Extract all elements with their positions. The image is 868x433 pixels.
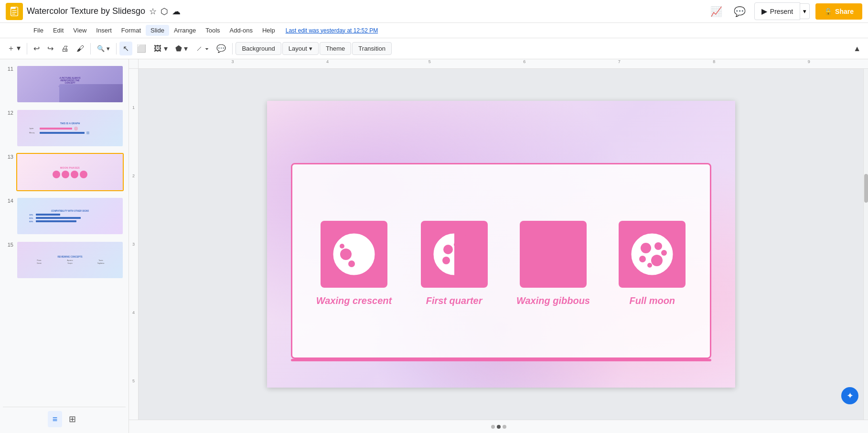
slide-preview-15[interactable]: REVIEWING CONCEPTS Pisces Aquarius Tauru…: [16, 241, 124, 279]
menu-tools[interactable]: Tools: [201, 25, 225, 36]
paint-format-btn[interactable]: 🖌: [73, 42, 87, 55]
sep1: [27, 43, 27, 54]
waxing-crescent-icon-bg: [321, 221, 387, 288]
slide-thumb-15[interactable]: 15 REVIEWING CONCEPTS Pisces Aquarius Ta…: [3, 239, 126, 281]
thumb15-title: REVIEWING CONCEPTS: [57, 256, 82, 258]
title-section: Watercolor Texture by Slidesgo ☆ ⬡ ☁: [27, 6, 704, 17]
first-quarter-label: First quarter: [426, 295, 482, 306]
ruler-mark-3: 3: [232, 59, 234, 64]
phase-first-quarter[interactable]: First quarter: [421, 221, 488, 306]
thumb13-title: MOON PHASES: [60, 166, 80, 169]
ai-assistant-btn[interactable]: ✦: [841, 387, 858, 404]
slide-thumb-14[interactable]: 14 COMPATIBILITY WITH OTHER SIGNS 30% 85…: [3, 195, 126, 237]
background-btn[interactable]: Background: [236, 42, 281, 55]
toolbar-collapse[interactable]: ▲: [850, 42, 864, 55]
vruler-4: 4: [132, 310, 135, 315]
slide-preview-12[interactable]: THIS IS A GRAPH Jupiter Mercury: [16, 109, 124, 147]
scrollbar-thumb[interactable]: [864, 174, 868, 203]
select-tool[interactable]: ↖: [119, 42, 132, 55]
layout-label: Layout: [289, 45, 307, 52]
ruler-mark-5: 5: [429, 59, 431, 64]
full-moon-label: Full moon: [630, 295, 675, 306]
menu-insert[interactable]: Insert: [91, 25, 117, 36]
thumb13-icons: [53, 171, 87, 178]
comment-btn[interactable]: 💬: [213, 42, 229, 55]
editor-area: 3 4 5 6 7 8 9 1 2 3 4 5: [129, 59, 868, 433]
vruler-3: 3: [132, 242, 135, 247]
phase-waxing-crescent[interactable]: Waxing crescent: [316, 221, 392, 306]
slide-num-14: 14: [5, 197, 13, 204]
thumb14-title: COMPATIBILITY WITH OTHER SIGNS: [51, 210, 89, 212]
thumb12-title: THIS IS A GRAPH: [60, 122, 80, 125]
dot-2: [497, 425, 501, 429]
slide-thumb-12[interactable]: 12 THIS IS A GRAPH Jupiter Mercury: [3, 107, 126, 149]
slide-preview-14[interactable]: COMPATIBILITY WITH OTHER SIGNS 30% 85%: [16, 197, 124, 235]
folder-icon[interactable]: ⬡: [161, 6, 168, 17]
slide-num-12: 12: [5, 109, 13, 116]
svg-point-22: [641, 243, 651, 253]
line-tool[interactable]: ⟋ ▾: [192, 42, 212, 55]
last-edit-text[interactable]: Last edit was yesterday at 12:52 PM: [286, 27, 378, 34]
phase-waxing-gibbous[interactable]: Waxing gibbous: [516, 221, 590, 306]
layout-btn[interactable]: Layout ▾: [282, 42, 319, 55]
doc-title-text[interactable]: Watercolor Texture by Slidesgo: [27, 6, 145, 16]
vertical-scrollbar[interactable]: [863, 69, 868, 420]
vruler-5: 5: [132, 379, 135, 383]
new-slide-btn[interactable]: ＋ ▾: [4, 41, 24, 56]
cloud-icon[interactable]: ☁: [172, 6, 181, 17]
redo-btn[interactable]: ↪: [44, 42, 57, 55]
analytics-icon[interactable]: 📈: [707, 3, 725, 20]
phases-container[interactable]: Waxing crescent: [291, 163, 711, 359]
share-button[interactable]: 🔒 Share: [815, 3, 862, 20]
top-right-actions: 📈 💬 ▶ Present ▾ 🔒 Share: [707, 2, 862, 20]
phase-full-moon[interactable]: Full moon: [619, 221, 686, 306]
slide-preview-11[interactable]: A PICTURE ALWAYSREINFORCES THECONCEPT Im…: [16, 65, 124, 103]
menu-help[interactable]: Help: [257, 25, 280, 36]
menu-edit[interactable]: Edit: [48, 25, 68, 36]
image-tool[interactable]: 🖼 ▾: [150, 42, 171, 55]
menu-view[interactable]: View: [68, 25, 91, 36]
dot-1: [491, 425, 495, 429]
ruler-mark-9: 9: [808, 59, 810, 64]
comments-icon[interactable]: 💬: [731, 3, 749, 20]
svg-point-26: [661, 250, 667, 256]
svg-point-20: [559, 264, 564, 269]
present-button[interactable]: ▶ Present: [754, 2, 800, 20]
toolbar: ＋ ▾ ↩ ↪ 🖨 🖌 🔍 ▾ ↖ ⬜ 🖼 ▾ ⬟ ▾ ⟋ ▾ 💬 Backgr…: [0, 38, 868, 59]
waxing-gibbous-icon-bg: [520, 221, 587, 288]
slide-thumb-13[interactable]: 13 MOON PHASES: [3, 151, 126, 193]
svg-point-5: [332, 233, 375, 276]
waxing-crescent-svg: [328, 228, 380, 281]
ruler-inner: 3 4 5 6 7 8 9: [139, 59, 868, 68]
shape-tool[interactable]: ⬜: [133, 42, 150, 55]
slide-num-15: 15: [5, 241, 13, 248]
slide-preview-13[interactable]: MOON PHASES: [16, 153, 124, 191]
menu-slide[interactable]: Slide: [146, 25, 169, 36]
filmstrip-view-btn[interactable]: ≡: [48, 411, 63, 427]
first-quarter-icon-bg: [421, 221, 488, 288]
sep2: [90, 43, 91, 54]
star-icon[interactable]: ☆: [149, 6, 157, 17]
present-label: Present: [770, 8, 793, 15]
transition-btn[interactable]: Transition: [352, 42, 392, 55]
slide-canvas-main[interactable]: MOON PHASES: [267, 101, 735, 388]
undo-btn[interactable]: ↩: [30, 42, 43, 55]
theme-btn[interactable]: Theme: [320, 42, 351, 55]
menu-addons[interactable]: Add-ons: [225, 25, 257, 36]
menu-format[interactable]: Format: [117, 25, 146, 36]
shapes-dropdown[interactable]: ⬟ ▾: [172, 42, 191, 55]
theme-label: Theme: [326, 45, 345, 52]
slide-num-11: 11: [5, 65, 13, 72]
svg-point-27: [647, 263, 652, 268]
print-btn[interactable]: 🖨: [58, 42, 72, 55]
svg-point-17: [555, 257, 561, 264]
slide-thumb-11[interactable]: 11 A PICTURE ALWAYSREINFORCES THECONCEPT…: [3, 63, 126, 105]
menu-file[interactable]: File: [29, 25, 48, 36]
zoom-btn[interactable]: 🔍 ▾: [94, 43, 113, 54]
slide-num-13: 13: [5, 153, 13, 160]
present-dropdown[interactable]: ▾: [800, 3, 810, 19]
menu-arrange[interactable]: Arrange: [169, 25, 201, 36]
grid-view-btn[interactable]: ⊞: [64, 411, 81, 427]
layout-chevron: ▾: [309, 45, 312, 52]
canvas-area[interactable]: MOON PHASES: [139, 69, 863, 420]
